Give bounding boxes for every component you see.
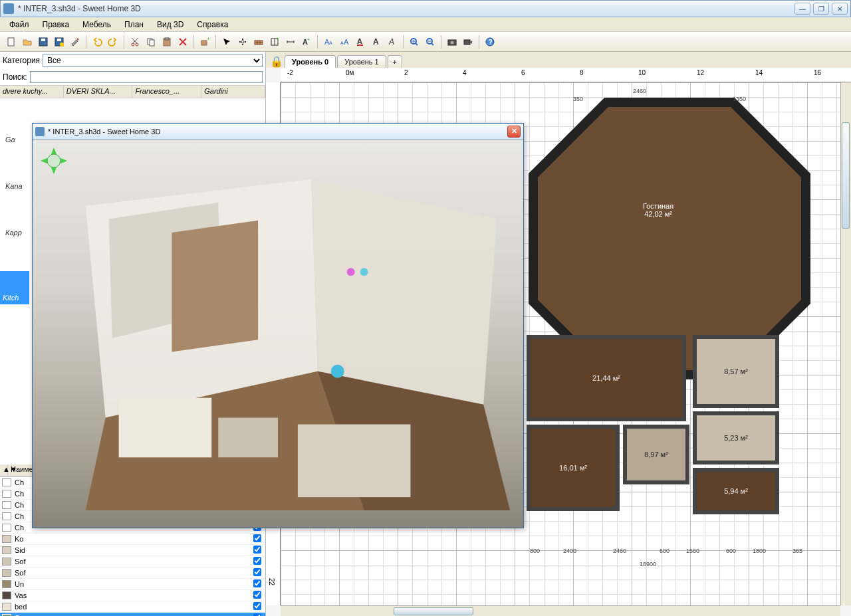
tab-level-0[interactable]: Уровень 0 — [285, 55, 336, 68]
search-input[interactable] — [30, 71, 263, 83]
redo-icon[interactable] — [106, 35, 120, 49]
video-icon[interactable] — [461, 35, 475, 49]
svg-marker-35 — [533, 102, 806, 375]
ruler-mark: 0м — [346, 69, 354, 76]
svg-point-31 — [451, 41, 454, 44]
3d-viewport[interactable] — [33, 140, 523, 528]
copy-icon[interactable] — [144, 35, 158, 49]
visible-checkbox[interactable] — [249, 613, 265, 616]
visible-checkbox[interactable] — [249, 534, 265, 544]
visible-checkbox[interactable] — [249, 591, 265, 600]
table-row[interactable]: Sof — [0, 567, 265, 579]
menu-file[interactable]: Файл — [3, 19, 36, 31]
dim-label: 1350 — [733, 96, 746, 102]
catalog-header: dvere kuchy... DVERI SKLA... Francesco_.… — [0, 85, 265, 98]
menu-help[interactable]: Справка — [190, 19, 235, 31]
catalog-col-0[interactable]: dvere kuchy... — [0, 86, 64, 98]
3d-window-titlebar[interactable]: * INTER_3.sh3d - Sweet Home 3D ✕ — [33, 124, 523, 140]
menu-plan[interactable]: План — [118, 19, 150, 31]
help-icon[interactable]: ? — [483, 35, 497, 49]
tab-level-1[interactable]: Уровень 1 — [337, 55, 386, 68]
color-swatch — [2, 591, 11, 599]
dim-label: 1560 — [686, 548, 699, 554]
visible-checkbox[interactable] — [249, 568, 265, 577]
catalog-item[interactable]: Карр — [3, 226, 25, 239]
table-row[interactable]: bed — [0, 601, 265, 613]
visible-checkbox[interactable] — [249, 602, 265, 611]
new-file-icon[interactable] — [4, 35, 19, 49]
bold-icon[interactable]: A — [369, 35, 384, 49]
visible-checkbox[interactable] — [249, 557, 265, 566]
svg-point-6 — [132, 43, 134, 46]
text-larger-icon[interactable]: AA — [337, 35, 352, 49]
add-furniture-icon[interactable]: + — [197, 35, 212, 49]
ruler-v-mark: 22 — [268, 578, 275, 585]
italic-icon[interactable]: A — [385, 35, 400, 49]
menu-edit[interactable]: Правка — [36, 19, 76, 31]
catalog-col-3[interactable]: Gardini — [201, 86, 265, 98]
catalog-item[interactable]: Kana — [3, 179, 25, 193]
zoom-out-icon[interactable] — [423, 35, 437, 49]
camera-icon[interactable] — [445, 35, 459, 49]
text-color-icon[interactable]: A — [353, 35, 368, 49]
create-rooms-icon[interactable]: + — [267, 35, 282, 49]
color-swatch — [2, 569, 11, 577]
catalog-col-1[interactable]: DVERI SKLA... — [64, 86, 133, 98]
zoom-in-icon[interactable] — [407, 35, 422, 49]
paste-icon[interactable] — [160, 35, 174, 49]
catalog-item[interactable]: Ga — [3, 133, 18, 146]
furniture-name: Sof — [13, 558, 166, 565]
catalog-item-selected[interactable]: Kitch — [0, 271, 29, 304]
close-button[interactable]: ✕ — [832, 3, 848, 15]
create-walls-icon[interactable] — [251, 35, 266, 49]
color-swatch — [2, 603, 11, 611]
3d-view-window[interactable]: * INTER_3.sh3d - Sweet Home 3D ✕ — [32, 123, 524, 528]
3d-close-button[interactable]: ✕ — [507, 126, 521, 138]
table-row[interactable]: Ko — [0, 534, 265, 545]
preferences-icon[interactable] — [68, 35, 82, 49]
category-select[interactable]: Все — [43, 54, 263, 67]
table-row[interactable]: Vas — [0, 590, 265, 601]
plan-room-857: 8,57 м² — [693, 335, 779, 408]
minimize-button[interactable]: — — [794, 3, 810, 15]
color-swatch — [2, 501, 11, 509]
undo-icon[interactable] — [90, 35, 104, 49]
table-row[interactable]: Ca — [0, 613, 265, 616]
menu-3dview[interactable]: Вид 3D — [150, 19, 190, 31]
horizontal-scrollbar[interactable] — [281, 605, 840, 616]
svg-text:+: + — [307, 37, 310, 42]
cut-icon[interactable] — [128, 35, 142, 49]
color-swatch — [2, 490, 11, 498]
level-tabs: 🔒 Уровень 0 Уровень 1 + — [266, 52, 851, 68]
visible-checkbox[interactable] — [249, 579, 265, 589]
visible-checkbox[interactable] — [249, 546, 265, 555]
color-swatch — [2, 546, 11, 554]
dim-label: 800 — [530, 548, 540, 554]
text-smaller-icon[interactable]: AA — [321, 35, 336, 49]
table-row[interactable]: Sid — [0, 545, 265, 556]
svg-text:A: A — [344, 38, 349, 46]
create-dimensions-icon[interactable] — [283, 35, 298, 49]
select-icon[interactable] — [219, 35, 234, 49]
tab-add[interactable]: + — [388, 55, 402, 68]
maximize-button[interactable]: ❐ — [813, 3, 829, 15]
delete-icon[interactable] — [176, 35, 190, 49]
save-icon[interactable] — [36, 35, 51, 49]
menu-furniture[interactable]: Мебель — [76, 19, 118, 31]
dim-label: 350 — [573, 96, 583, 102]
toolbar: + + A+ AA AA A A A ? — [0, 32, 851, 52]
saveas-icon[interactable] — [52, 35, 66, 49]
lock-icon[interactable]: 🔒 — [270, 55, 283, 68]
catalog-col-2[interactable]: Francesco_... — [132, 86, 201, 98]
dim-label: 365 — [792, 548, 802, 554]
table-row[interactable]: Un — [0, 579, 265, 590]
table-row[interactable]: Sof — [0, 556, 265, 567]
plan-room-897: 8,97 м² — [623, 425, 689, 484]
plan-room-594: 5,94 м² — [693, 468, 779, 514]
ruler-mark: 14 — [755, 69, 763, 76]
sort-arrows-icon[interactable]: ▲▼ — [0, 464, 8, 476]
open-file-icon[interactable] — [20, 35, 35, 49]
vertical-scrollbar[interactable] — [840, 82, 851, 605]
create-text-icon[interactable]: A+ — [299, 35, 314, 49]
pan-icon[interactable] — [235, 35, 250, 49]
